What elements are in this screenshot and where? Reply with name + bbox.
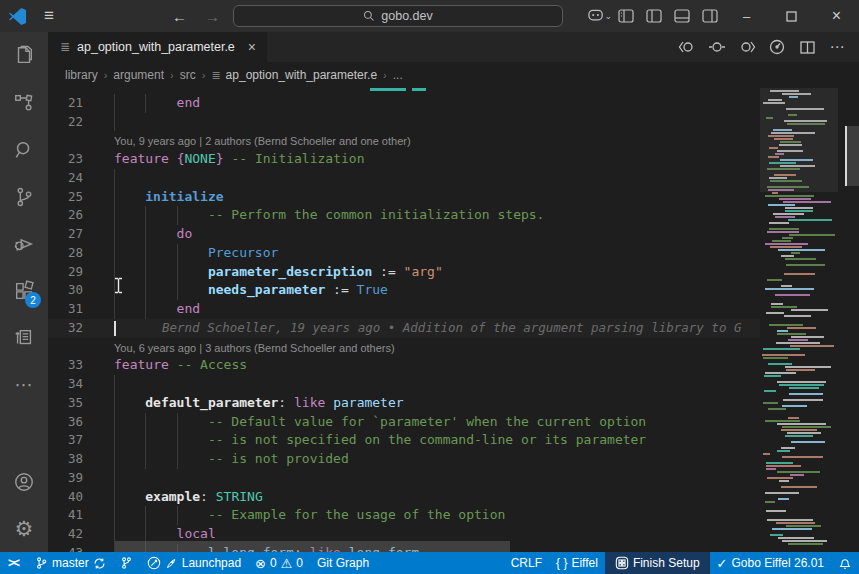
code-line[interactable]: 26-- Perform the common initialization s…	[48, 206, 760, 225]
launchpad-label: Launchpad	[182, 556, 241, 570]
editor-actions: ⋯	[677, 32, 859, 62]
sync-icon	[93, 557, 106, 570]
navigate-forward-button[interactable]: →	[205, 8, 220, 25]
code-line[interactable]: 28Precursor	[48, 244, 760, 263]
code-line[interactable]: 40example: STRING	[48, 488, 760, 507]
chevron-right-icon: ›	[170, 69, 174, 81]
horizontal-scrollbar-thumb[interactable]	[115, 541, 510, 552]
activity-more-icon[interactable]: ⋯	[0, 361, 48, 408]
setup-icon	[615, 556, 629, 570]
code-line[interactable]: 33feature -- Access	[48, 356, 760, 375]
account-icon[interactable]	[0, 458, 48, 505]
code-line[interactable]: 35default_parameter: like parameter	[48, 394, 760, 413]
code-line[interactable]: 37-- is not specified on the command-lin…	[48, 431, 760, 450]
rocket-icon	[165, 557, 178, 570]
code-line[interactable]: 27do	[48, 225, 760, 244]
code-line[interactable]: 25initialize	[48, 188, 760, 207]
finish-setup-item[interactable]: Finish Setup	[605, 552, 710, 574]
maximize-button[interactable]	[769, 0, 814, 32]
search-icon[interactable]	[0, 126, 48, 173]
code-lines: 21end22You, 9 years ago | 2 authors (Ber…	[48, 88, 760, 552]
warning-count: 0	[296, 556, 303, 570]
run-profile-icon[interactable]	[767, 36, 787, 58]
mouse-text-cursor	[114, 277, 123, 294]
code-line[interactable]: 41-- Example for the usage of the option	[48, 506, 760, 525]
tab-close-icon[interactable]: ×	[248, 39, 256, 55]
code-line[interactable]: 24	[48, 169, 760, 188]
tab-ap-option-with-parameter[interactable]: ≣ ap_option_with_parameter.e ×	[48, 32, 267, 62]
explorer-icon[interactable]	[0, 32, 48, 79]
vertical-scrollbar-thumb[interactable]	[845, 126, 859, 186]
source-control-icon[interactable]	[0, 173, 48, 220]
code-editor[interactable]: 21end22You, 9 years ago | 2 authors (Ber…	[48, 88, 760, 552]
language-mode-item[interactable]: { } Eiffel	[549, 552, 605, 574]
split-editor-icon[interactable]	[797, 36, 817, 58]
current-reference-icon[interactable]	[707, 36, 727, 58]
code-line[interactable]: 30needs_parameter := True	[48, 281, 760, 300]
code-lens[interactable]: You, 6 years ago | 3 authors (Bernd Scho…	[48, 338, 760, 357]
branch-status-item[interactable]: master	[28, 552, 113, 574]
code-line[interactable]: 22	[48, 113, 760, 132]
horizontal-scrollbar[interactable]	[48, 541, 760, 552]
breadcrumb-item-symbol[interactable]: ...	[393, 68, 403, 82]
problems-status-item[interactable]: ⊗ 0 ⚠ 0	[248, 552, 310, 574]
branch-name: master	[52, 556, 89, 570]
code-line[interactable]: 23feature {NONE} -- Initialization	[48, 150, 760, 169]
error-icon: ⊗	[255, 557, 266, 570]
close-window-button[interactable]: ×	[814, 0, 859, 32]
vscode-window: ≡ ← → gobo.dev ⌄ –	[0, 0, 859, 574]
chevron-right-icon: ›	[104, 69, 108, 81]
code-line[interactable]: 39	[48, 469, 760, 488]
code-line[interactable]: 29parameter_description := "arg"	[48, 263, 760, 282]
search-icon	[363, 10, 375, 22]
next-reference-icon[interactable]	[737, 36, 757, 58]
status-bar: >< master Launchpad ⊗ 0 ⚠ 0 Git Graph CR…	[0, 552, 859, 574]
vscode-logo-icon	[0, 7, 34, 26]
command-center-search[interactable]: gobo.dev	[233, 5, 563, 27]
settings-gear-icon[interactable]: ⚙	[0, 505, 48, 552]
tab-label: ap_option_with_parameter.e	[77, 40, 235, 54]
git-graph-status-icon[interactable]	[113, 552, 140, 574]
breadcrumb-item-argument[interactable]: argument	[113, 68, 164, 82]
extensions-badge: 2	[25, 292, 41, 308]
breadcrumb: library › argument › src › ≣ ap_option_w…	[48, 62, 859, 88]
launchpad-status-item[interactable]: Launchpad	[140, 552, 248, 574]
minimap-slider[interactable]	[760, 88, 838, 192]
git-graph-status-item[interactable]: Git Graph	[310, 552, 376, 574]
run-debug-icon[interactable]	[0, 220, 48, 267]
vertical-scrollbar[interactable]	[845, 88, 859, 552]
code-lens[interactable]: You, 9 years ago | 2 authors (Bernd Scho…	[48, 131, 760, 150]
code-line[interactable]: 38-- is not provided	[48, 450, 760, 469]
code-line[interactable]: 36-- Default value for `parameter' when …	[48, 413, 760, 432]
editor-more-actions-icon[interactable]: ⋯	[827, 36, 847, 58]
code-line[interactable]: 21end	[48, 94, 760, 113]
navigate-back-button[interactable]: ←	[172, 8, 187, 25]
hierarchy-icon[interactable]	[0, 79, 48, 126]
code-line[interactable]: 34	[48, 375, 760, 394]
breadcrumb-item-src[interactable]: src	[180, 68, 196, 82]
remote-indicator[interactable]: ><	[0, 552, 28, 574]
minimize-button[interactable]: –	[724, 0, 769, 32]
toggle-panel-icon[interactable]	[668, 0, 696, 32]
code-line[interactable]: 31end	[48, 300, 760, 319]
eol-indicator[interactable]: CRLF	[504, 552, 549, 574]
breadcrumb-item-library[interactable]: library	[65, 68, 98, 82]
menu-hamburger-icon[interactable]: ≡	[34, 6, 64, 26]
prev-reference-icon[interactable]	[677, 36, 697, 58]
breadcrumb-item-file[interactable]: ap_option_with_parameter.e	[226, 68, 377, 82]
toggle-sidebar-right-icon[interactable]	[696, 0, 724, 32]
gobo-eiffel-status-item[interactable]: ✓ Gobo Eiffel 26.01	[710, 552, 831, 574]
copilot-chevron-icon[interactable]: ⌄	[604, 11, 612, 21]
customize-layout-icon[interactable]	[612, 0, 640, 32]
activity-bar: 2 ⋯ ⚙	[0, 32, 48, 552]
language-label: Eiffel	[571, 556, 597, 570]
extensions-icon[interactable]: 2	[0, 267, 48, 314]
toggle-sidebar-left-icon[interactable]	[640, 0, 668, 32]
notifications-bell-icon[interactable]	[831, 552, 859, 574]
check-icon: ✓	[717, 557, 728, 570]
journal-icon[interactable]	[0, 314, 48, 361]
warning-icon: ⚠	[281, 557, 293, 570]
title-bar: ≡ ← → gobo.dev ⌄ –	[0, 0, 859, 32]
code-line[interactable]: 32Bernd Schoeller, 19 years ago • Additi…	[48, 319, 760, 338]
eiffel-file-icon: ≣	[60, 40, 70, 54]
